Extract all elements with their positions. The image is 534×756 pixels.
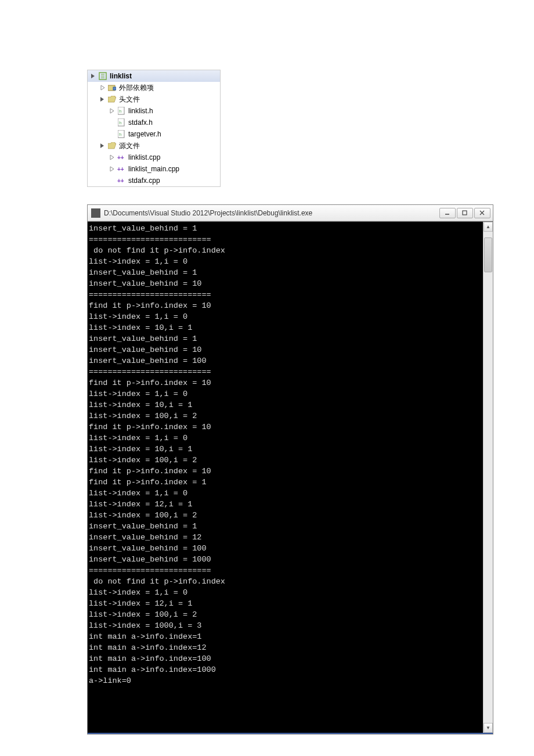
expander-icon[interactable] xyxy=(99,96,106,103)
tree-label: 源文件 xyxy=(119,141,140,151)
h-file-icon: h xyxy=(117,106,126,116)
svg-text:++: ++ xyxy=(117,166,124,172)
window-title: D:\Documents\Visual Studio 2012\Projects… xyxy=(104,209,438,217)
svg-text:++: ++ xyxy=(117,154,124,161)
window-border xyxy=(88,733,493,734)
tree-item-project[interactable]: linklist xyxy=(88,70,220,82)
close-button[interactable] xyxy=(474,208,490,218)
tree-label: targetver.h xyxy=(128,130,161,138)
tree-label: linklist_main.cpp xyxy=(128,165,179,173)
tree-item-cpp-file[interactable]: ++ linklist_main.cpp xyxy=(88,163,220,175)
svg-rect-13 xyxy=(463,211,467,215)
app-icon xyxy=(91,208,100,218)
expander-icon[interactable] xyxy=(109,165,116,172)
scroll-thumb[interactable] xyxy=(484,237,492,272)
tree-item-header-file[interactable]: h stdafx.h xyxy=(88,117,220,128)
maximize-button[interactable] xyxy=(457,208,473,218)
svg-text:h: h xyxy=(119,109,121,114)
expander-icon[interactable] xyxy=(99,84,106,91)
svg-text:h: h xyxy=(119,120,121,125)
expander-icon[interactable] xyxy=(109,107,116,114)
tree-label: stdafx.cpp xyxy=(128,177,160,185)
scroll-track[interactable] xyxy=(484,232,493,723)
svg-text:++: ++ xyxy=(117,178,124,184)
project-icon xyxy=(98,71,107,81)
minimize-button[interactable] xyxy=(439,208,456,218)
tree-item-header-file[interactable]: h targetver.h xyxy=(88,128,220,140)
tree-label: stdafx.h xyxy=(128,118,153,127)
tree-item-header-folder[interactable]: 头文件 xyxy=(88,93,220,105)
tree-label: linklist xyxy=(110,72,132,80)
folder-open-icon xyxy=(107,95,117,104)
solution-explorer-tree: linklist 外部依赖项 头文件 h linklist.h xyxy=(87,70,221,187)
h-file-icon: h xyxy=(117,118,126,127)
h-file-icon: h xyxy=(117,129,126,139)
tree-item-external-deps[interactable]: 外部依赖项 xyxy=(88,82,220,93)
tree-label: 外部依赖项 xyxy=(119,83,154,93)
window-controls xyxy=(438,208,490,218)
tree-item-header-file[interactable]: h linklist.h xyxy=(88,105,220,117)
tree-item-source-folder[interactable]: 源文件 xyxy=(88,140,220,152)
titlebar[interactable]: D:\Documents\Visual Studio 2012\Projects… xyxy=(88,205,493,221)
scroll-down-button[interactable]: ▼ xyxy=(484,723,493,733)
folder-open-icon xyxy=(107,141,117,150)
scroll-up-button[interactable]: ▲ xyxy=(484,222,493,232)
cpp-file-icon: ++ xyxy=(117,164,126,174)
cpp-file-icon: ++ xyxy=(117,176,126,185)
tree-item-cpp-file[interactable]: ++ stdafx.cpp xyxy=(88,175,220,186)
scrollbar[interactable]: ▲ ▼ xyxy=(483,222,493,733)
folder-ref-icon xyxy=(107,83,117,92)
cpp-file-icon: ++ xyxy=(117,153,126,162)
svg-text:h: h xyxy=(119,132,121,137)
expander-icon[interactable] xyxy=(90,73,97,80)
console-output: insert_value_behind = 1 ================… xyxy=(88,222,483,733)
svg-rect-2 xyxy=(113,87,116,90)
expander-icon[interactable] xyxy=(99,142,106,149)
console-window: D:\Documents\Visual Studio 2012\Projects… xyxy=(87,204,493,735)
tree-label: 头文件 xyxy=(119,95,140,105)
tree-item-cpp-file[interactable]: ++ linklist.cpp xyxy=(88,152,220,163)
expander-icon[interactable] xyxy=(109,154,116,161)
tree-label: linklist.cpp xyxy=(128,153,160,161)
tree-label: linklist.h xyxy=(128,107,153,115)
